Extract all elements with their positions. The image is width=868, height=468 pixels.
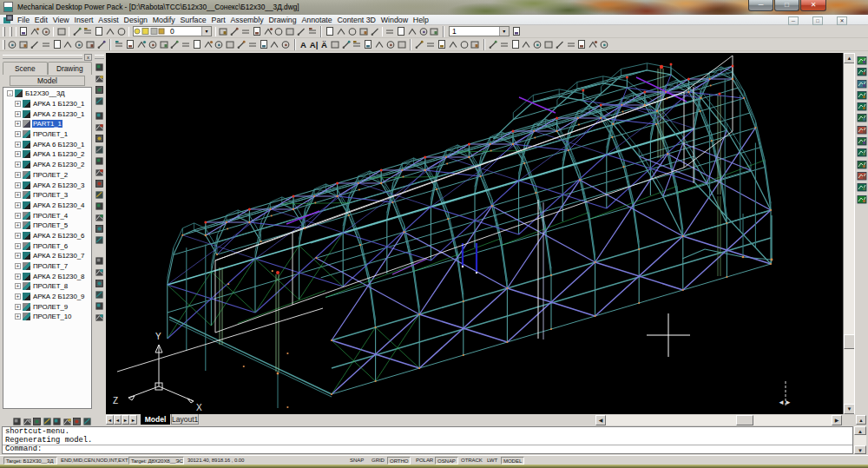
svg-text:X: X — [196, 403, 202, 412]
svg-text:◄►: ◄► — [778, 399, 792, 406]
svg-text:Y: Y — [155, 332, 161, 341]
svg-text:Z: Z — [113, 396, 118, 405]
